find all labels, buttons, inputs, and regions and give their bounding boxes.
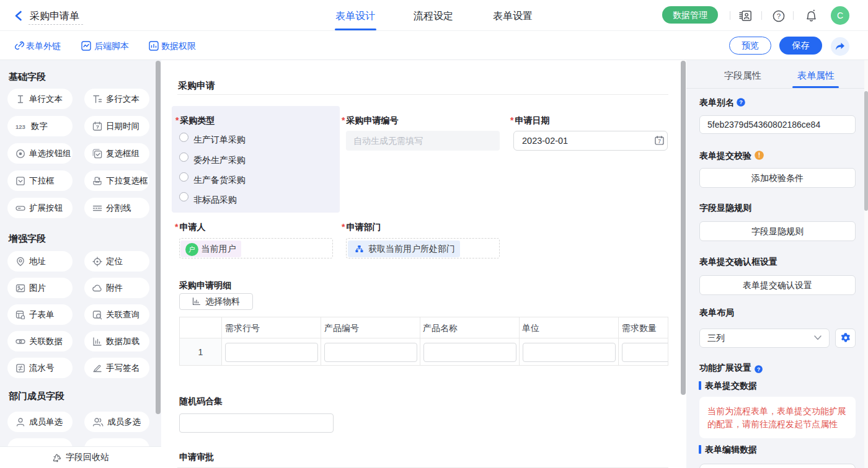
svg-text:!: ! — [758, 152, 760, 159]
svg-text:?: ? — [756, 366, 760, 372]
svg-text:123: 123 — [16, 123, 25, 130]
svg-text:?: ? — [739, 99, 743, 105]
svg-text:?: ? — [777, 12, 781, 20]
svg-text:7: 7 — [658, 138, 661, 144]
